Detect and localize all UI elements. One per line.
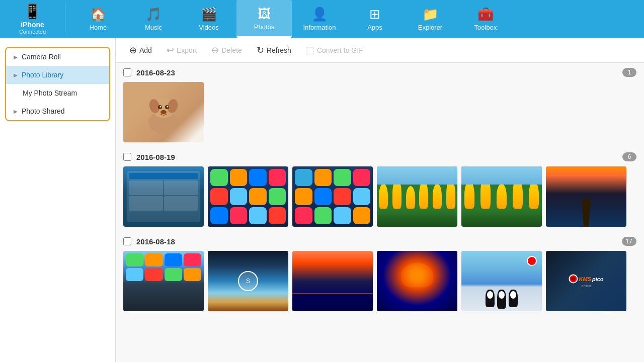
nav-item-information[interactable]: 👤 Information — [292, 0, 347, 38]
nav-label-home: Home — [90, 24, 107, 31]
date-count-3: 17 — [622, 237, 636, 246]
sidebar-item-my-photo-stream[interactable]: My Photo Stream — [6, 84, 109, 102]
toolbar: ⊕ Add ↩ Export ⊖ Delete ↻ Refresh ⬚ Conv… — [116, 38, 644, 63]
device-status: Connected — [19, 29, 46, 35]
delete-button[interactable]: ⊖ Delete — [205, 42, 248, 59]
svg-point-7 — [167, 106, 169, 108]
convert-gif-button[interactable]: ⬚ Convert to GIF — [300, 42, 369, 59]
nav-label-toolbox: Toolbox — [474, 24, 497, 31]
photo-thumb-ocean[interactable] — [292, 251, 373, 311]
nav-item-home[interactable]: 🏠 Home — [70, 0, 126, 38]
sidebar-item-photo-shared[interactable]: ▶ Photo Shared — [6, 102, 109, 120]
photo-thumb-watermark[interactable]: KMS pico africa — [546, 251, 626, 311]
export-label: Export — [177, 46, 197, 54]
date-count-2: 6 — [622, 152, 636, 161]
dog-svg — [138, 87, 189, 137]
refresh-icon: ↻ — [257, 45, 264, 56]
nav-item-toolbox[interactable]: 🧰 Toolbox — [458, 0, 513, 38]
photo-thumb-cliff[interactable] — [546, 166, 626, 227]
information-icon: 👤 — [311, 7, 328, 22]
nav-label-videos: Videos — [199, 24, 219, 31]
export-button[interactable]: ↩ Export — [160, 42, 203, 59]
music-icon: 🎵 — [145, 7, 162, 22]
photo-thumb-penguins[interactable] — [461, 251, 542, 311]
refresh-button[interactable]: ↻ Refresh — [251, 42, 297, 59]
sidebar-label-camera-roll: Camera Roll — [22, 53, 61, 61]
date-header-2: 2016-08-19 6 — [123, 152, 636, 161]
sidebar-group: ▶ Camera Roll ▶ Photo Library My Photo S… — [5, 47, 110, 121]
photo-thumb-ui4[interactable] — [123, 251, 204, 311]
toolbox-icon: 🧰 — [477, 7, 494, 22]
photo-thumb-dog[interactable] — [123, 82, 204, 142]
photo-thumb-ui2[interactable] — [208, 166, 288, 227]
date-checkbox-3[interactable] — [123, 237, 131, 245]
photos-icon: 🖼 — [258, 6, 271, 22]
nav-label-information: Information — [303, 24, 336, 31]
arrow-icon-shared: ▶ — [14, 109, 18, 114]
photo-thumb-tulips1[interactable] — [377, 166, 457, 227]
refresh-label: Refresh — [267, 46, 291, 54]
sidebar-item-photo-library[interactable]: ▶ Photo Library — [6, 66, 109, 84]
convert-gif-icon: ⬚ — [306, 45, 314, 56]
content-area: ⊕ Add ↩ Export ⊖ Delete ↻ Refresh ⬚ Conv… — [116, 38, 644, 362]
arrow-icon-library: ▶ — [14, 72, 18, 78]
svg-point-6 — [160, 106, 162, 108]
top-nav: 📱 iPhone Connected 🏠 Home 🎵 Music 🎬 Vide… — [0, 0, 644, 38]
add-icon: ⊕ — [129, 45, 137, 56]
photo-thumb-tulips2[interactable] — [461, 166, 542, 227]
sidebar-item-camera-roll[interactable]: ▶ Camera Roll — [6, 48, 109, 66]
nav-item-videos[interactable]: 🎬 Videos — [181, 0, 236, 38]
main-layout: ▶ Camera Roll ▶ Photo Library My Photo S… — [0, 38, 644, 362]
date-section-2016-08-18: 2016-08-18 17 — [123, 237, 636, 311]
export-icon: ↩ — [167, 45, 174, 56]
photo-grid-3: S — [123, 251, 636, 311]
nav-label-music: Music — [145, 24, 162, 31]
nav-item-explorer[interactable]: 📁 Explorer — [403, 0, 458, 38]
sidebar-label-photo-shared: Photo Shared — [22, 107, 65, 115]
date-count-1: 1 — [622, 68, 636, 77]
date-header-1: 2016-08-23 1 — [123, 68, 636, 77]
nav-items: 🏠 Home 🎵 Music 🎬 Videos 🖼 Photos 👤 Infor… — [70, 0, 644, 38]
date-header-3: 2016-08-18 17 — [123, 237, 636, 246]
nav-label-explorer: Explorer — [418, 24, 442, 31]
convert-gif-label: Convert to GIF — [317, 46, 363, 54]
sidebar-label-my-photo-stream: My Photo Stream — [23, 89, 77, 97]
photo-thumb-sky[interactable]: S — [208, 251, 288, 311]
add-label: Add — [139, 46, 152, 54]
device-icon: 📱 — [24, 3, 41, 20]
home-icon: 🏠 — [90, 7, 106, 22]
svg-point-8 — [160, 110, 167, 114]
arrow-icon-camera: ▶ — [14, 54, 18, 60]
nav-label-photos: Photos — [254, 23, 274, 31]
photo-thumb-ui3[interactable] — [292, 166, 373, 227]
device-info: 📱 iPhone Connected — [5, 3, 65, 35]
device-name: iPhone — [21, 21, 44, 29]
videos-icon: 🎬 — [201, 7, 217, 22]
date-section-2016-08-23: 2016-08-23 1 — [123, 68, 636, 142]
nav-label-apps: Apps — [367, 24, 382, 31]
add-button[interactable]: ⊕ Add — [123, 42, 158, 59]
date-label-3: 2016-08-18 — [136, 237, 622, 246]
nav-item-photos[interactable]: 🖼 Photos — [236, 0, 292, 38]
sidebar-label-photo-library: Photo Library — [22, 71, 63, 79]
delete-icon: ⊖ — [211, 45, 219, 56]
nav-item-music[interactable]: 🎵 Music — [126, 0, 181, 38]
photo-scroll[interactable]: 2016-08-23 1 — [116, 63, 644, 362]
apps-icon: ⊞ — [369, 7, 380, 22]
photo-thumb-ui1[interactable] — [123, 166, 204, 227]
date-label-1: 2016-08-23 — [136, 68, 622, 77]
date-checkbox-2[interactable] — [123, 153, 131, 161]
sidebar: ▶ Camera Roll ▶ Photo Library My Photo S… — [0, 38, 116, 362]
delete-label: Delete — [221, 46, 242, 54]
nav-item-apps[interactable]: ⊞ Apps — [347, 0, 403, 38]
photo-grid-2 — [123, 166, 636, 227]
photo-grid-1 — [123, 82, 636, 142]
date-label-2: 2016-08-19 — [136, 153, 622, 161]
date-checkbox-1[interactable] — [123, 68, 131, 76]
explorer-icon: 📁 — [422, 7, 438, 22]
photo-thumb-jelly[interactable] — [377, 251, 457, 311]
date-section-2016-08-19: 2016-08-19 6 — [123, 152, 636, 227]
